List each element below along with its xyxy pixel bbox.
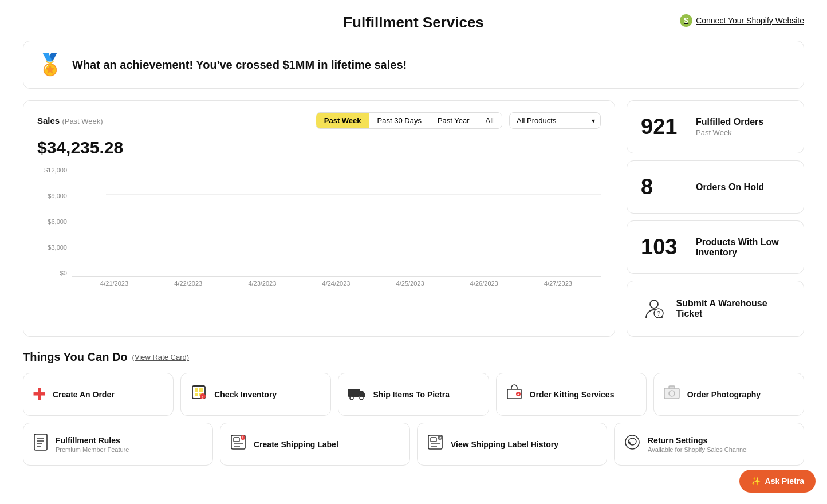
return-settings-icon [624, 434, 641, 455]
product-select[interactable]: All Products [509, 112, 601, 129]
time-tabs: Past Week Past 30 Days Past Year All [316, 112, 502, 129]
achievement-icon: 🏅 [37, 53, 63, 77]
svg-text:+: + [517, 392, 519, 396]
shopify-icon: S [680, 14, 692, 27]
return-settings-sublabel: Available for Shopify Sales Channel [648, 446, 748, 453]
fulfillment-rules-icon [33, 434, 49, 455]
tab-past-week[interactable]: Past Week [316, 113, 369, 128]
bar-chart-area [72, 167, 601, 277]
x-label: 4/22/2023 [151, 277, 225, 293]
action-create-shipping-label[interactable]: ! Create Shipping Label [220, 423, 410, 466]
fulfillment-rules-label: Fulfillment Rules [56, 436, 129, 445]
create-shipping-label-label: Create Shipping Label [254, 440, 338, 449]
chart-title-group: Sales (Past Week) [37, 116, 103, 126]
action-return-settings[interactable]: Return Settings Available for Shopify Sa… [614, 423, 804, 466]
svg-rect-6 [195, 393, 198, 396]
low-inventory-number: 103 [641, 235, 687, 259]
fulfilled-orders-card: 921 Fulfilled Orders Past Week [627, 100, 804, 153]
action-create-order[interactable]: ✚ Create An Order [23, 373, 174, 416]
x-label: 4/26/2023 [447, 277, 521, 293]
x-label: 4/21/2023 [77, 277, 151, 293]
action-check-inventory[interactable]: ! Check Inventory [180, 373, 331, 416]
chart-col: Sales (Past Week) Past Week Past 30 Days… [23, 100, 615, 337]
page-title: Fulfillment Services [343, 14, 484, 32]
order-photography-icon [663, 385, 680, 404]
two-col-layout: Sales (Past Week) Past Week Past 30 Days… [23, 100, 804, 337]
warehouse-ticket-card[interactable]: ? Submit A Warehouse Ticket [627, 281, 804, 337]
orders-on-hold-label: Orders On Hold [696, 182, 764, 192]
product-select-wrapper: All Products [509, 112, 601, 129]
grid-line [106, 167, 601, 167]
stats-col: 921 Fulfilled Orders Past Week 8 Orders … [627, 100, 804, 337]
svg-text:?: ? [657, 310, 660, 317]
x-label: 4/25/2023 [373, 277, 447, 293]
main-content: 🏅 What an achievement! You've crossed $1… [0, 41, 827, 489]
section-header: Things You Can Do (View Rate Card) [23, 351, 804, 364]
order-kitting-label: Order Kitting Services [530, 390, 615, 399]
ask-pietra-icon: ✨ [751, 477, 761, 486]
action-grid-row2: Fulfillment Rules Premium Member Feature… [23, 423, 804, 466]
action-view-shipping-history[interactable]: ↺ View Shipping Label History [417, 423, 607, 466]
tab-past-30-days[interactable]: Past 30 Days [369, 113, 430, 128]
action-ship-items[interactable]: Ship Items To Pietra [338, 373, 489, 416]
shopify-link[interactable]: S Connect Your Shopify Website [680, 14, 804, 27]
action-grid-row1: ✚ Create An Order ! Check Inventory [23, 373, 804, 416]
action-order-photography[interactable]: Order Photography [653, 373, 804, 416]
fulfilled-orders-sublabel: Past Week [696, 128, 763, 137]
orders-on-hold-card: 8 Orders On Hold [627, 160, 804, 214]
low-inventory-label: Products With Low Inventory [696, 237, 790, 258]
svg-rect-18 [669, 386, 675, 389]
check-inventory-icon: ! [190, 384, 207, 405]
warehouse-ticket-icon: ? [641, 295, 667, 322]
warehouse-ticket-label: Submit A Warehouse Ticket [676, 298, 790, 319]
rate-card-link[interactable]: (View Rate Card) [132, 353, 189, 361]
svg-rect-5 [199, 388, 203, 392]
low-inventory-card[interactable]: 103 Products With Low Inventory [627, 220, 804, 274]
achievement-text: What an achievement! You've crossed $1MM… [72, 58, 407, 72]
fulfillment-rules-sublabel: Premium Member Feature [56, 446, 129, 453]
bar-chart: $12,000 $9,000 $6,000 $3,000 $0 [37, 167, 601, 293]
svg-point-11 [350, 396, 353, 400]
svg-rect-16 [664, 388, 679, 399]
view-shipping-history-icon: ↺ [427, 434, 444, 455]
x-label: 4/24/2023 [299, 277, 373, 293]
order-photography-label: Order Photography [687, 390, 761, 399]
svg-point-0 [650, 300, 658, 308]
page-header: Fulfillment Services S Connect Your Shop… [0, 0, 827, 41]
grid-line [106, 249, 601, 249]
svg-text:!: ! [202, 395, 203, 399]
svg-text:!: ! [242, 436, 243, 440]
check-inventory-label: Check Inventory [214, 390, 277, 399]
chart-controls: Past Week Past 30 Days Past Year All All… [316, 112, 601, 129]
action-fulfillment-rules[interactable]: Fulfillment Rules Premium Member Feature [23, 423, 213, 466]
achievement-banner: 🏅 What an achievement! You've crossed $1… [23, 41, 804, 89]
tab-all[interactable]: All [478, 113, 502, 128]
ask-pietra-label: Ask Pietra [765, 477, 804, 486]
svg-rect-4 [195, 388, 198, 392]
svg-rect-19 [34, 434, 47, 450]
svg-point-36 [625, 435, 639, 449]
chart-title-row: Sales (Past Week) Past Week Past 30 Days… [37, 112, 601, 129]
view-shipping-history-label: View Shipping Label History [451, 440, 558, 449]
x-axis-labels: 4/21/20234/22/20234/23/20234/24/20234/25… [72, 277, 601, 293]
section-title: Things You Can Do [23, 351, 128, 364]
chart-card: Sales (Past Week) Past Week Past 30 Days… [23, 100, 615, 337]
grid-line [106, 222, 601, 222]
svg-text:↺: ↺ [439, 436, 442, 440]
fulfilled-orders-label: Fulfilled Orders [696, 117, 763, 127]
ship-items-label: Ship Items To Pietra [373, 390, 450, 399]
tab-past-year[interactable]: Past Year [430, 113, 478, 128]
y-axis-labels: $12,000 $9,000 $6,000 $3,000 $0 [37, 167, 72, 277]
action-order-kitting[interactable]: + Order Kitting Services [496, 373, 647, 416]
svg-rect-25 [234, 438, 239, 442]
svg-rect-31 [431, 438, 436, 442]
return-settings-label: Return Settings [648, 436, 748, 445]
chart-amount: $34,235.28 [37, 138, 601, 158]
x-label: 4/27/2023 [521, 277, 595, 293]
order-kitting-icon: + [506, 384, 523, 405]
create-order-label: Create An Order [53, 390, 115, 399]
svg-point-12 [360, 396, 363, 400]
x-label: 4/23/2023 [225, 277, 299, 293]
ask-pietra-button[interactable]: ✨ Ask Pietra [739, 470, 816, 489]
orders-on-hold-number: 8 [641, 175, 687, 199]
